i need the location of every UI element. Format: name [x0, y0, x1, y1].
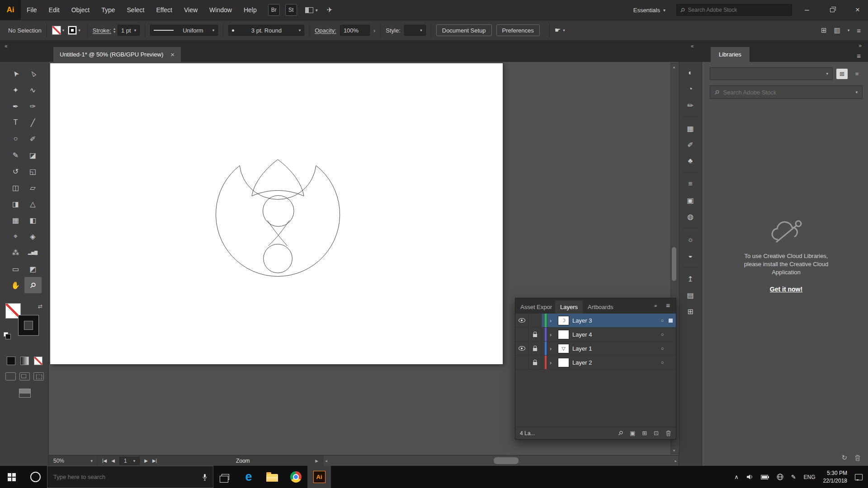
color-guide-panel-icon[interactable]: ◔	[682, 81, 698, 97]
mesh-tool[interactable]: ▦	[7, 212, 24, 228]
expand-arrow-icon[interactable]: ›	[547, 331, 555, 338]
file-explorer-taskbar-icon[interactable]	[260, 466, 284, 488]
adobe-stock-search[interactable]: ⚲	[676, 4, 792, 16]
menu-effect[interactable]: Effect	[150, 0, 178, 20]
restore-button[interactable]	[822, 0, 843, 20]
color-mode-button[interactable]	[7, 357, 15, 365]
locate-object-icon[interactable]: ⚲	[617, 429, 624, 437]
pen-settings-icon[interactable]: ✎	[791, 474, 796, 480]
toolbar-collapse-icon[interactable]: «	[5, 43, 8, 49]
draw-normal-button[interactable]	[5, 372, 16, 380]
magic-wand-tool[interactable]: ✦	[7, 82, 24, 98]
layer-row-main[interactable]: › Layer 2 ○	[542, 356, 676, 369]
selection-tool[interactable]: ➤	[7, 66, 24, 82]
layer-row-main[interactable]: › ☽ Layer 3 ○	[542, 314, 676, 327]
column-graph-tool[interactable]: ▂▅▇	[24, 244, 42, 261]
chrome-taskbar-icon[interactable]	[284, 466, 307, 488]
scale-tool[interactable]: ◱	[24, 163, 42, 179]
vertical-scroll-thumb[interactable]	[672, 247, 676, 281]
stroke-swatch[interactable]	[18, 315, 39, 336]
pen-tool[interactable]: ✒	[7, 98, 24, 114]
chevron-down-icon[interactable]: ▾	[62, 28, 65, 33]
variable-width-dropdown[interactable]: Uniform ▾	[150, 25, 218, 36]
rotate-tool[interactable]: ↺	[7, 163, 24, 179]
fill-color-swatch[interactable]	[52, 26, 61, 35]
layers-panel-icon[interactable]: ▤	[682, 287, 698, 303]
scroll-down-icon[interactable]: ▾	[673, 447, 675, 454]
documents-grid-icon[interactable]: ⊞	[821, 26, 827, 34]
export-panel-icon[interactable]: ↥	[682, 271, 698, 286]
visibility-toggle[interactable]	[515, 328, 528, 341]
line-segment-tool[interactable]: ╱	[24, 114, 42, 131]
stroke-color-swatch[interactable]	[68, 26, 77, 35]
panel-menu-icon[interactable]: ≡	[857, 27, 861, 34]
menu-object[interactable]: Object	[66, 0, 95, 20]
zoom-level-dropdown[interactable]: 50% ▾	[49, 455, 98, 466]
visibility-toggle[interactable]	[515, 342, 528, 355]
tray-expand-icon[interactable]: ∧	[734, 474, 739, 480]
draw-behind-button[interactable]	[19, 372, 30, 380]
shape-builder-tool[interactable]: ◨	[7, 196, 24, 212]
start-button[interactable]	[0, 466, 24, 488]
asset-export-panel-icon[interactable]: ◒	[682, 248, 698, 263]
blend-tool[interactable]: ◈	[24, 228, 42, 244]
lock-toggle[interactable]	[528, 328, 542, 341]
artboards-panel-icon[interactable]: ⊞	[682, 304, 698, 319]
document-layout-button[interactable]: ▾	[305, 7, 318, 13]
stock-search-input[interactable]	[688, 7, 788, 13]
menu-type[interactable]: Type	[95, 0, 121, 20]
layer-row-main[interactable]: › Layer 4 ○	[542, 328, 676, 341]
layer-thumbnail[interactable]: ☽	[558, 316, 569, 325]
horizontal-scrollbar[interactable]: ◂ ▸	[323, 455, 679, 466]
lock-toggle[interactable]	[528, 314, 542, 327]
lasso-tool[interactable]: ∿	[24, 82, 42, 98]
layer-thumbnail[interactable]	[558, 330, 569, 339]
chevron-down-icon[interactable]: ▾	[78, 28, 80, 33]
direct-selection-tool[interactable]: ▻	[24, 66, 42, 82]
next-artboard-button[interactable]: ▶	[144, 458, 148, 463]
screen-mode-button[interactable]	[19, 389, 31, 398]
opacity-flyout-icon[interactable]: ›	[373, 27, 375, 34]
volume-icon[interactable]	[746, 474, 753, 480]
width-tool[interactable]: ◫	[7, 179, 24, 196]
first-artboard-button[interactable]: |◀	[102, 458, 107, 463]
tab-layers[interactable]: Layers	[555, 300, 583, 314]
cortana-button[interactable]	[24, 466, 47, 488]
properties-panel-icon[interactable]: ≡	[682, 176, 698, 192]
draw-inside-button[interactable]	[33, 372, 44, 380]
expand-arrow-icon[interactable]: ›	[547, 345, 555, 352]
list-view-icon[interactable]: ≡	[851, 69, 863, 79]
edge-taskbar-icon[interactable]: e	[237, 466, 260, 488]
brush-definition-dropdown[interactable]: 3 pt. Round ▾	[228, 25, 304, 36]
scroll-up-icon[interactable]: ▴	[673, 63, 675, 70]
symbol-sprayer-tool[interactable]: ⁂	[7, 244, 24, 261]
close-button[interactable]: ×	[847, 0, 868, 20]
target-circle[interactable]: ○	[656, 346, 669, 351]
tab-libraries[interactable]: Libraries	[711, 47, 750, 62]
pencil-tool[interactable]: ✎	[7, 147, 24, 163]
hand-tool[interactable]: ✋	[7, 277, 24, 293]
get-it-now-link[interactable]: Get it now!	[770, 286, 802, 293]
type-tool[interactable]: T	[7, 114, 24, 131]
delete-layer-icon[interactable]	[665, 430, 671, 436]
workspace-switcher[interactable]: Essentials ▾	[633, 7, 665, 14]
last-artboard-button[interactable]: ▶|	[152, 458, 157, 463]
free-transform-tool[interactable]: ▱	[24, 179, 42, 196]
clock[interactable]: 5:30 PM 22/1/2018	[823, 469, 847, 484]
stroke-weight-field[interactable]: 1 pt ▾	[118, 25, 140, 36]
brushes-panel-icon[interactable]: ✐	[682, 137, 698, 152]
expand-arrow-icon[interactable]: ›	[547, 317, 555, 324]
opacity-field[interactable]: 100%	[340, 25, 370, 36]
panel-menu-icon[interactable]: ≡	[666, 301, 670, 309]
artboard-number-field[interactable]: 1 ▾	[119, 457, 140, 465]
default-fill-stroke-icon[interactable]	[4, 332, 8, 337]
style-dropdown[interactable]: ▾	[404, 25, 426, 36]
symbols-panel-icon[interactable]: ♣	[682, 153, 698, 169]
eraser-tool[interactable]: ◪	[24, 147, 42, 163]
preferences-button[interactable]: Preferences	[496, 24, 540, 36]
artboard-tool[interactable]: ▭	[7, 261, 24, 277]
target-circle[interactable]: ○	[656, 332, 669, 337]
layer-name[interactable]: Layer 2	[572, 359, 656, 366]
panel-strip-collapse-icon[interactable]: «	[691, 43, 694, 49]
expand-arrow-icon[interactable]: ›	[547, 359, 555, 366]
